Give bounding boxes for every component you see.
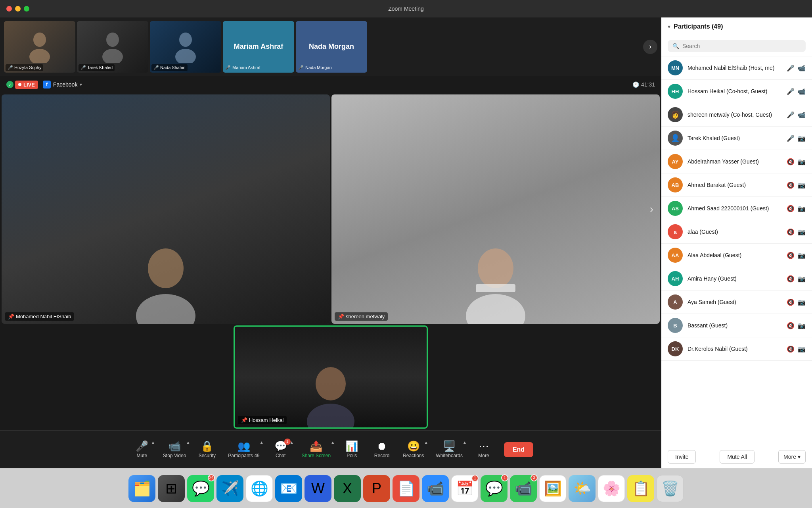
strip-thumb-tarek[interactable]: 🎤 Tarek Khaled bbox=[77, 21, 148, 73]
preview-icon: 🖼️ bbox=[544, 480, 562, 497]
strip-namecard-nadamorgan[interactable]: Nada Morgan 🎤 Nada Morgan bbox=[296, 21, 367, 73]
svg-point-6 bbox=[148, 248, 184, 288]
pin-icon: 📌 bbox=[8, 314, 14, 319]
svg-point-3 bbox=[102, 49, 123, 63]
whiteboards-caret[interactable]: ▲ bbox=[463, 440, 467, 444]
participants-caret[interactable]: ▲ bbox=[260, 440, 264, 444]
end-button[interactable]: End bbox=[504, 442, 533, 457]
whiteboards-button[interactable]: 🖥️ Whiteboards bbox=[431, 438, 467, 462]
dock-finder[interactable]: 🗂️ bbox=[128, 475, 155, 502]
participant-item: AS Ahmed Saad 222000101 (Guest) 🔇 📷 bbox=[661, 197, 812, 220]
share-screen-button[interactable]: 📤 Share Screen bbox=[297, 438, 335, 462]
strip-thumb-tarek-label: 🎤 Tarek Khaled bbox=[79, 64, 115, 71]
participant-icons: 🔇 📷 bbox=[787, 322, 806, 329]
dock-word[interactable]: W bbox=[304, 475, 331, 502]
participant-name: Ahmed Barakat (Guest) bbox=[688, 182, 782, 188]
dock-facetime[interactable]: 📹 3 bbox=[510, 475, 537, 502]
window-title: Zoom Meeting bbox=[388, 6, 423, 12]
mic-icon: 🎤 bbox=[136, 441, 148, 451]
participant-icons: 🎤 📹 bbox=[787, 88, 806, 95]
minimize-button[interactable] bbox=[15, 6, 21, 12]
reactions-caret[interactable]: ▲ bbox=[424, 440, 428, 444]
participant-item: 👩 shereen metwaly (Co-host, Guest) 🎤 📹 bbox=[661, 103, 812, 127]
cam-muted-icon: 📷 bbox=[798, 298, 806, 306]
video-tile-hossam[interactable]: 📌 Hossam Heikal bbox=[234, 325, 428, 429]
strip-nav-next[interactable]: › bbox=[643, 40, 657, 54]
participant-icons: 🔇 📷 bbox=[787, 275, 806, 283]
cam-muted-icon: 📷 bbox=[798, 205, 806, 212]
panel-more-button[interactable]: More ▾ bbox=[778, 450, 806, 464]
participant-icons: 🎤 📹 bbox=[787, 111, 806, 119]
search-input[interactable] bbox=[682, 43, 801, 49]
participant-item: B Bassant (Guest) 🔇 📷 bbox=[661, 314, 812, 337]
record-button[interactable]: ⏺ Record bbox=[368, 438, 396, 462]
dock-telegram[interactable]: ✈️ bbox=[216, 475, 243, 502]
svg-point-12 bbox=[307, 404, 354, 427]
dock-acrobat[interactable]: 📄 bbox=[393, 475, 419, 502]
mic-icon: 🎤 bbox=[787, 88, 795, 95]
dock-trash[interactable]: 🗑️ bbox=[657, 475, 684, 502]
finder-icon: 🗂️ bbox=[133, 480, 151, 497]
word-icon: W bbox=[311, 480, 325, 497]
dock-excel[interactable]: X bbox=[334, 475, 361, 502]
strip-thumb-hozyfa[interactable]: 🎤 Hozyfa Sophy bbox=[4, 21, 75, 73]
record-icon: ⏺ bbox=[377, 441, 387, 451]
dock-photos[interactable]: 🌸 bbox=[598, 475, 625, 502]
mic-icon: 🎤 bbox=[787, 64, 795, 72]
excel-icon: X bbox=[343, 480, 352, 497]
strip-thumb-nadashahin[interactable]: 🎤 Nada Shahin bbox=[150, 21, 221, 73]
participant-icons: 🔇 📷 bbox=[787, 298, 806, 306]
participants-button[interactable]: 👥 Participants 49 bbox=[223, 438, 264, 462]
launchpad-icon: ⊞ bbox=[165, 480, 177, 497]
panel-collapse-button[interactable]: ▾ bbox=[668, 23, 670, 30]
powerpoint-icon: P bbox=[372, 480, 381, 497]
participants-list: MN Mohamed Nabil ElShaib (Host, me) 🎤 📹 … bbox=[661, 56, 812, 445]
mute-caret[interactable]: ▲ bbox=[151, 440, 155, 444]
panel-header: ▾ Participants (49) bbox=[661, 17, 812, 36]
mic-muted-icon: 🔇 bbox=[787, 345, 795, 353]
whiteboard-icon: 🖥️ bbox=[443, 441, 456, 451]
notes-icon: 📋 bbox=[632, 480, 650, 497]
dock-whatsapp[interactable]: 💬 24 bbox=[187, 475, 214, 502]
main-layout: 🎤 Hozyfa Sophy 🎤 Tarek Khaled bbox=[0, 17, 812, 468]
participant-icons: 🔇 📷 bbox=[787, 205, 806, 212]
avatar: MN bbox=[668, 60, 683, 75]
strip-namecard-mariam[interactable]: Mariam Ashraf 🎤 Mariam Ashraf bbox=[223, 21, 294, 73]
dock-chrome[interactable]: 🌐 bbox=[246, 475, 273, 502]
dock-messages[interactable]: 💬 1 bbox=[481, 475, 508, 502]
dock-powerpoint[interactable]: P bbox=[363, 475, 390, 502]
share-caret[interactable]: ▲ bbox=[331, 440, 335, 444]
svg-point-8 bbox=[478, 248, 513, 288]
platform-dropdown-arrow[interactable]: ▾ bbox=[80, 82, 82, 87]
participant-name: Hossam Heikal (Co-host, Guest) bbox=[688, 88, 782, 94]
dock-notes[interactable]: 📋 bbox=[627, 475, 654, 502]
video-caret[interactable]: ▲ bbox=[186, 440, 190, 444]
cam-muted-icon: 📷 bbox=[798, 252, 806, 259]
participant-name: Tarek Khaled (Guest) bbox=[688, 135, 782, 141]
invite-button[interactable]: Invite bbox=[668, 450, 696, 464]
meeting-timer: 🕐 41:31 bbox=[632, 81, 655, 88]
dock-zoom[interactable]: 📹 bbox=[422, 475, 449, 502]
participant-icons: 🔇 📷 bbox=[787, 228, 806, 236]
dock-outlook[interactable]: 📧 bbox=[275, 475, 302, 502]
more-button[interactable]: ⋯ More bbox=[470, 438, 498, 462]
video-label-nabil: 📌 Mohamed Nabil ElShaib bbox=[5, 312, 74, 321]
dock-calendar[interactable]: 📅 1 bbox=[451, 475, 478, 502]
mute-all-button[interactable]: Mute All bbox=[720, 450, 755, 464]
facetime-badge: 3 bbox=[530, 474, 538, 481]
facebook-badge[interactable]: f Facebook ▾ bbox=[43, 81, 82, 89]
security-button[interactable]: 🔒 Security bbox=[193, 438, 221, 462]
avatar: B bbox=[668, 318, 683, 333]
close-button[interactable] bbox=[6, 6, 12, 12]
maximize-button[interactable] bbox=[24, 6, 29, 12]
video-tile-shereen[interactable]: › 📌 shereen metwaly bbox=[331, 94, 660, 324]
dock-preview[interactable]: 🖼️ bbox=[539, 475, 566, 502]
outlook-icon: 📧 bbox=[280, 480, 298, 497]
chat-caret[interactable]: ▲ bbox=[290, 440, 294, 444]
dock-weather[interactable]: 🌤️ bbox=[569, 475, 596, 502]
mic-muted-icon: 🔇 bbox=[787, 322, 795, 329]
participants-icon: 👥 bbox=[237, 441, 250, 451]
video-tile-nabil[interactable]: 📌 Mohamed Nabil ElShaib bbox=[2, 94, 330, 324]
dock-launchpad[interactable]: ⊞ bbox=[158, 475, 185, 502]
polls-button[interactable]: 📊 Polls bbox=[338, 438, 366, 462]
